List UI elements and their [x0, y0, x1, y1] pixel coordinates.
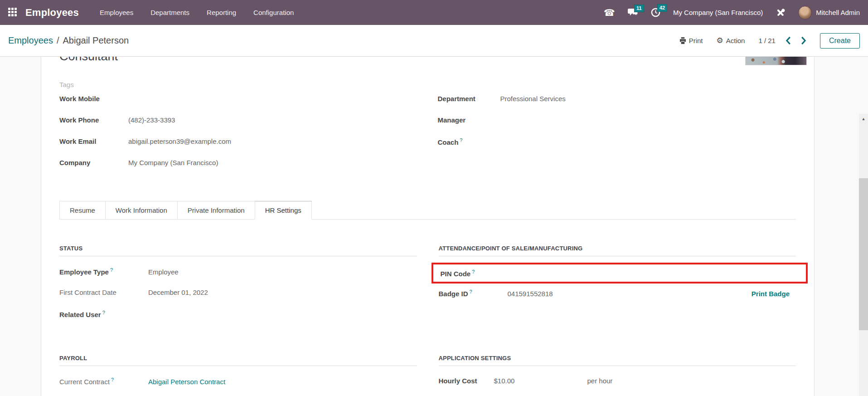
user-name: Mitchell Admin [816, 9, 860, 16]
print-button[interactable]: Print [679, 37, 703, 44]
messages-count-badge: 11 [634, 5, 644, 12]
breadcrumb: Employees / Abigail Peterson [8, 35, 129, 46]
help-icon: ? [110, 267, 113, 273]
header-right-column: Department Professional Services Manager… [428, 95, 796, 180]
hourly-cost-value[interactable]: $10.00 [494, 377, 544, 385]
tab-hr-settings[interactable]: HR Settings [255, 201, 312, 220]
hr-settings-pane: STATUS Employee Type? Employee First Con… [59, 220, 796, 396]
breadcrumb-current-record: Abigail Peterson [63, 35, 129, 46]
app-title[interactable]: Employees [25, 7, 79, 19]
hourly-cost-suffix: per hour [587, 377, 613, 385]
field-label: Current Contract? [59, 377, 148, 386]
field-row-company: Company My Company (San Francisco) [59, 159, 428, 171]
job-title-text: Consultant [59, 57, 796, 64]
field-row-work-mobile: Work Mobile [59, 95, 428, 107]
field-row-department: Department Professional Services [438, 95, 796, 107]
voip-phone-icon[interactable]: ☎ [604, 8, 615, 17]
company-value[interactable]: My Company (San Francisco) [128, 159, 218, 166]
field-row-hourly-cost: Hourly Cost $10.00 per hour [439, 377, 796, 389]
tab-private-information[interactable]: Private Information [177, 201, 255, 220]
header-fields: Work Mobile Work Phone (482)-233-3393 Wo… [59, 95, 796, 180]
field-row-badge-id: Badge ID? 041591552818 Print Badge [439, 289, 796, 301]
header-left-column: Work Mobile Work Phone (482)-233-3393 Wo… [59, 95, 428, 180]
menu-item-configuration[interactable]: Configuration [253, 9, 294, 16]
job-title-clipped: Consultant [59, 57, 796, 64]
control-panel-right: Print ⚙ Action 1 / 21 Create [679, 33, 860, 49]
field-label: Badge ID? [439, 289, 508, 298]
apps-grid-icon[interactable] [8, 8, 18, 18]
tags-input[interactable]: Tags [59, 81, 796, 88]
company-switcher[interactable]: My Company (San Francisco) [673, 9, 763, 16]
field-label: Company [59, 159, 128, 166]
department-value[interactable]: Professional Services [500, 95, 566, 103]
help-icon: ? [111, 377, 114, 382]
field-label: Department [438, 95, 500, 103]
field-label: Work Phone [59, 116, 128, 124]
control-panel: Employees / Abigail Peterson Print ⚙ Act… [0, 25, 868, 57]
section-payroll-title: PAYROLL [59, 355, 417, 366]
notebook-tabs: Resume Work Information Private Informat… [59, 201, 796, 220]
chevron-right-icon [801, 36, 806, 45]
field-label: First Contract Date [59, 288, 148, 296]
employee-photo [745, 57, 807, 65]
scrollbar-thumb[interactable] [859, 178, 868, 330]
field-label: Work Email [59, 137, 128, 145]
pager-previous-button[interactable] [786, 36, 791, 45]
print-badge-button[interactable]: Print Badge [752, 290, 790, 298]
breadcrumb-separator: / [57, 35, 59, 46]
section-status: STATUS Employee Type? Employee First Con… [59, 245, 417, 331]
help-icon: ? [102, 310, 105, 315]
vertical-scrollbar[interactable]: ▲ [859, 114, 868, 396]
form-content-area: Consultant Tags Work Mobile Work Phone (… [0, 57, 868, 396]
messages-icon[interactable]: 11 [628, 8, 638, 17]
field-label: Work Mobile [59, 95, 128, 103]
activities-icon[interactable]: 42 [651, 8, 660, 17]
breadcrumb-employees-link[interactable]: Employees [8, 35, 53, 46]
current-contract-link[interactable]: Abigail Peterson Contract [148, 378, 225, 386]
printer-icon [679, 37, 686, 44]
field-label: Coach? [438, 137, 500, 146]
work-phone-value[interactable]: (482)-233-3393 [128, 116, 175, 124]
help-icon: ? [472, 269, 475, 274]
section-attendance: ATTENDANCE/POINT OF SALE/MANUFACTURING P… [439, 245, 796, 331]
employee-form-sheet: Consultant Tags Work Mobile Work Phone (… [41, 57, 815, 396]
pin-code-field-highlighted[interactable]: PIN Code? [432, 263, 808, 284]
user-avatar [798, 6, 812, 20]
field-row-coach: Coach? [438, 137, 796, 149]
create-button[interactable]: Create [820, 33, 860, 49]
field-row-work-phone: Work Phone (482)-233-3393 [59, 116, 428, 128]
record-pager: 1 / 21 [758, 36, 806, 45]
pager-count: 1 / 21 [758, 37, 776, 44]
field-row-related-user: Related User? [59, 310, 417, 322]
section-attendance-title: ATTENDANCE/POINT OF SALE/MANUFACTURING [439, 245, 796, 256]
section-app-settings-title: APPLICATION SETTINGS [439, 355, 796, 366]
navbar-left: Employees Employees Departments Reportin… [8, 7, 294, 19]
work-email-value[interactable]: abigail.peterson39@example.com [128, 137, 231, 145]
field-label: Manager [438, 116, 500, 124]
user-menu[interactable]: Mitchell Admin [798, 6, 860, 20]
section-application-settings: APPLICATION SETTINGS Hourly Cost $10.00 … [439, 355, 796, 396]
chevron-left-icon [786, 36, 791, 45]
app-window: Employees Employees Departments Reportin… [0, 0, 868, 396]
help-icon: ? [460, 137, 462, 143]
employee-type-value[interactable]: Employee [148, 268, 179, 276]
field-row-work-email: Work Email abigail.peterson39@example.co… [59, 137, 428, 149]
tab-work-information[interactable]: Work Information [105, 201, 178, 220]
tab-resume[interactable]: Resume [59, 201, 106, 220]
field-row-first-contract-date: First Contract Date December 01, 2022 [59, 288, 417, 300]
gear-icon: ⚙ [716, 37, 723, 44]
field-label: Hourly Cost [439, 377, 494, 385]
action-button[interactable]: ⚙ Action [716, 37, 745, 44]
badge-id-value: 041591552818 [508, 290, 553, 298]
menu-item-employees[interactable]: Employees [100, 9, 133, 16]
menu-item-reporting[interactable]: Reporting [207, 9, 236, 16]
main-menu: Employees Departments Reporting Configur… [100, 9, 294, 16]
developer-tools-icon[interactable] [776, 8, 786, 18]
pager-next-button[interactable] [801, 36, 806, 45]
scroll-up-icon[interactable]: ▲ [859, 114, 868, 124]
navbar-right: ☎ 11 42 My Company (San Francisco) [604, 6, 860, 20]
field-label: PIN Code? [441, 269, 475, 278]
menu-item-departments[interactable]: Departments [150, 9, 189, 16]
section-payroll: PAYROLL Current Contract? Abigail Peters… [59, 355, 417, 396]
field-row-current-contract: Current Contract? Abigail Peterson Contr… [59, 377, 417, 389]
